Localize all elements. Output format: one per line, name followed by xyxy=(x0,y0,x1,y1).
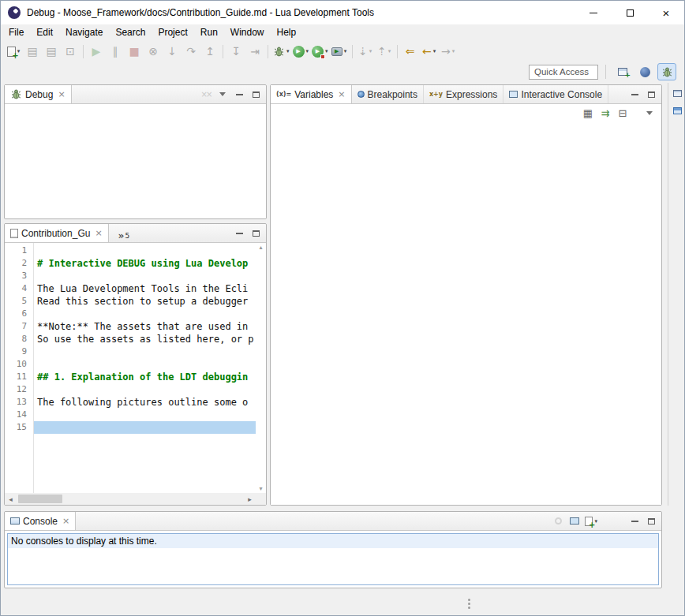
editor-minimize-button[interactable] xyxy=(231,226,247,241)
drop-to-frame-button[interactable]: ↧ xyxy=(226,43,245,60)
menu-search[interactable]: Search xyxy=(109,24,152,41)
minimized-view-button[interactable] xyxy=(670,103,684,118)
code-line[interactable] xyxy=(34,421,256,434)
editor-vertical-scrollbar[interactable]: ▴ ▾ xyxy=(256,243,266,493)
dropdown-arrow-icon[interactable]: ▾ xyxy=(433,48,436,54)
statusbar-drag-handle[interactable] xyxy=(468,599,470,601)
editor-code[interactable]: # Interactive DEBUG using Lua DevelopThe… xyxy=(34,243,256,493)
debug-perspective-button[interactable] xyxy=(657,63,676,80)
scroll-right-icon[interactable]: ▸ xyxy=(244,495,256,503)
display-selected-console-button[interactable] xyxy=(567,513,582,529)
menu-project[interactable]: Project xyxy=(152,24,193,41)
menu-navigate[interactable]: Navigate xyxy=(59,24,109,41)
window-minimize-button[interactable] xyxy=(575,1,612,24)
remove-all-terminated-button[interactable]: ×× xyxy=(198,87,214,103)
code-line[interactable]: # Interactive DEBUG using Lua Develop xyxy=(34,257,256,270)
code-line[interactable] xyxy=(34,409,256,421)
step-return-button[interactable]: ↥ xyxy=(200,43,219,60)
suspend-button[interactable]: ∥ xyxy=(106,43,125,60)
lua-perspective-button[interactable] xyxy=(635,63,654,80)
run-button[interactable]: ▶▾ xyxy=(291,43,311,60)
print-button[interactable]: ⊡ xyxy=(61,43,80,60)
debug-button[interactable]: ▾ xyxy=(271,43,291,60)
debug-minimize-button[interactable] xyxy=(231,87,247,103)
variables-view-menu-button[interactable] xyxy=(642,105,657,121)
variables-maximize-button[interactable] xyxy=(643,87,659,103)
tab-variables[interactable]: (x)=Variables× xyxy=(271,85,352,103)
tab-interactive-console[interactable]: Interactive Console xyxy=(503,85,608,103)
code-line[interactable]: **Note:** The assets that are used in xyxy=(34,320,256,333)
menu-edit[interactable]: Edit xyxy=(30,24,59,41)
open-perspective-button[interactable] xyxy=(613,63,632,80)
dropdown-arrow-icon[interactable]: ▾ xyxy=(388,48,391,54)
editor-tab-overflow[interactable]: » 5 xyxy=(109,224,133,242)
dropdown-arrow-icon[interactable]: ▾ xyxy=(344,48,347,54)
scroll-down-icon[interactable]: ▾ xyxy=(259,485,262,492)
close-tab-icon[interactable]: × xyxy=(58,89,65,99)
console-maximize-button[interactable] xyxy=(643,513,659,529)
window-maximize-button[interactable] xyxy=(612,1,648,24)
new-button[interactable]: ▾ xyxy=(4,43,23,60)
editor-gutter[interactable]: 123456789101112131415 xyxy=(5,243,34,493)
tab-breakpoints[interactable]: Breakpoints xyxy=(352,85,424,103)
tab-contribution-guide[interactable]: Contribution_Gu × xyxy=(5,224,109,242)
coverage-button[interactable]: ▶▾ xyxy=(310,43,330,60)
editor-horizontal-scrollbar[interactable]: ◂ ▸ xyxy=(5,493,256,505)
scroll-up-icon[interactable]: ▴ xyxy=(259,244,262,251)
debug-maximize-button[interactable] xyxy=(248,87,264,103)
code-line[interactable]: Read this section to setup a debugger xyxy=(34,295,256,308)
terminate-button[interactable]: ■ xyxy=(125,43,144,60)
code-line[interactable]: ## 1. Explanation of the LDT debuggin xyxy=(34,371,256,383)
scrollbar-thumb[interactable] xyxy=(18,495,62,503)
dropdown-arrow-icon[interactable]: ▾ xyxy=(369,48,372,54)
code-line[interactable]: The Lua Development Tools in the Ecli xyxy=(34,282,256,295)
dropdown-arrow-icon[interactable]: ▾ xyxy=(306,48,309,54)
tab-console[interactable]: Console × xyxy=(5,512,76,530)
console-minimize-button[interactable] xyxy=(627,513,642,529)
code-line[interactable] xyxy=(34,358,256,371)
code-line[interactable] xyxy=(34,308,256,320)
forward-button[interactable]: →▾ xyxy=(439,43,458,60)
editor-maximize-button[interactable] xyxy=(248,226,264,241)
code-line[interactable]: So use the assets as listed here, or p xyxy=(34,333,256,345)
code-line[interactable] xyxy=(34,345,256,358)
open-console-button[interactable]: ▾ xyxy=(583,513,599,529)
external-tools-button[interactable]: ▶▾ xyxy=(330,43,349,60)
last-edit-location-button[interactable]: ⇐ xyxy=(401,43,420,60)
show-type-names-button[interactable]: ▦ xyxy=(580,105,596,121)
pin-console-button[interactable] xyxy=(550,513,566,529)
menu-window[interactable]: Window xyxy=(224,24,271,41)
code-line[interactable] xyxy=(34,270,256,282)
restore-view-button[interactable] xyxy=(670,86,684,100)
code-line[interactable]: The following pictures outline some o xyxy=(34,396,256,409)
step-into-button[interactable]: ↓ xyxy=(163,43,182,60)
dropdown-arrow-icon[interactable]: ▾ xyxy=(325,48,328,54)
tab-debug[interactable]: Debug × xyxy=(5,85,72,103)
scroll-left-icon[interactable]: ◂ xyxy=(5,495,17,503)
use-step-filters-button[interactable]: ⇥ xyxy=(245,43,264,60)
menu-help[interactable]: Help xyxy=(271,24,303,41)
tab-expressions[interactable]: x+yExpressions xyxy=(424,85,503,103)
window-close-button[interactable]: × xyxy=(648,1,684,24)
disconnect-button[interactable]: ⊗ xyxy=(144,43,163,60)
quick-access-input[interactable]: Quick Access xyxy=(529,65,598,80)
back-button[interactable]: ←▾ xyxy=(420,43,439,60)
code-line[interactable] xyxy=(34,245,256,257)
show-logical-structures-button[interactable]: ⇉ xyxy=(597,105,613,121)
next-annotation-button[interactable]: ⇣▾ xyxy=(356,43,375,60)
variables-minimize-button[interactable] xyxy=(627,87,642,103)
code-line[interactable] xyxy=(34,383,256,396)
close-tab-icon[interactable]: × xyxy=(95,228,102,238)
save-button[interactable]: ▤ xyxy=(23,43,42,60)
debug-view-content[interactable] xyxy=(5,104,266,218)
menu-file[interactable]: File xyxy=(2,24,30,41)
previous-annotation-button[interactable]: ⇡▾ xyxy=(375,43,394,60)
editor-text-area[interactable]: 123456789101112131415 # Interactive DEBU… xyxy=(5,243,256,493)
console-content[interactable]: No consoles to display at this time. xyxy=(7,533,659,585)
dropdown-arrow-icon[interactable]: ▾ xyxy=(286,48,290,54)
collapse-all-button[interactable]: ⊟ xyxy=(615,105,631,121)
close-tab-icon[interactable]: × xyxy=(338,89,345,99)
step-over-button[interactable]: ↷ xyxy=(182,43,200,60)
variables-content[interactable] xyxy=(271,121,661,505)
debug-view-menu-button[interactable] xyxy=(215,87,230,103)
